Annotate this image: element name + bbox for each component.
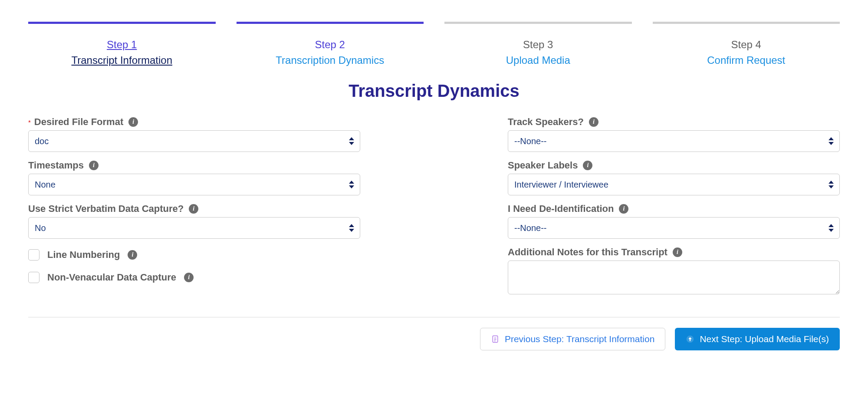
deidentification-select[interactable]: --None--: [508, 217, 840, 239]
form-left-column: * Desired File Format i doc Timestamps i…: [28, 116, 360, 304]
info-icon[interactable]: i: [589, 117, 598, 127]
svg-rect-0: [493, 336, 498, 343]
step-bar: [237, 22, 424, 24]
step-number: Step 3: [444, 37, 632, 53]
non-vernacular-checkbox[interactable]: [28, 272, 39, 283]
stepper: Step 1 Transcript Information Step 2 Tra…: [28, 22, 840, 68]
file-format-select[interactable]: doc: [28, 130, 360, 152]
field-notes: Additional Notes for this Transcript i: [508, 247, 840, 296]
info-icon[interactable]: i: [184, 273, 194, 282]
step-title: Transcript Information: [28, 53, 216, 68]
field-label: Track Speakers?: [508, 116, 584, 128]
field-timestamps: Timestamps i None: [28, 160, 360, 195]
field-track-speakers: Track Speakers? i --None--: [508, 116, 840, 152]
info-icon[interactable]: i: [128, 250, 137, 260]
required-asterisk: *: [28, 119, 31, 126]
field-non-vernacular: Non-Venacular Data Capture i: [28, 272, 360, 283]
next-step-button[interactable]: Next Step: Upload Media File(s): [675, 328, 840, 350]
step-3[interactable]: Step 3 Upload Media: [444, 22, 632, 68]
field-label: Speaker Labels: [508, 160, 578, 171]
step-bar: [653, 22, 840, 24]
select-value: --None--: [514, 136, 546, 146]
select-value: None: [35, 180, 56, 190]
button-label: Previous Step: Transcript Information: [505, 334, 655, 344]
timestamps-select[interactable]: None: [28, 174, 360, 195]
field-label: I Need De-Identification: [508, 203, 614, 214]
step-number: Step 2: [237, 37, 424, 53]
select-value: --None--: [514, 223, 546, 233]
step-title: Upload Media: [444, 53, 632, 68]
field-label: Non-Venacular Data Capture: [47, 272, 176, 283]
select-value: doc: [35, 136, 49, 146]
info-icon[interactable]: i: [89, 161, 99, 170]
step-2[interactable]: Step 2 Transcription Dynamics: [237, 22, 424, 68]
info-icon[interactable]: i: [583, 161, 592, 170]
field-label: Use Strict Verbatim Data Capture?: [28, 203, 184, 214]
button-label: Next Step: Upload Media File(s): [700, 334, 829, 344]
form-right-column: Track Speakers? i --None-- Speaker Label…: [508, 116, 840, 304]
line-numbering-checkbox[interactable]: [28, 249, 39, 261]
step-number: Step 1: [28, 37, 216, 53]
step-bar: [28, 22, 216, 24]
step-4[interactable]: Step 4 Confirm Request: [653, 22, 840, 68]
document-icon: [491, 335, 500, 343]
step-1[interactable]: Step 1 Transcript Information: [28, 22, 216, 68]
speaker-labels-select[interactable]: Interviewer / Interviewee: [508, 174, 840, 195]
field-line-numbering: Line Numbering i: [28, 249, 360, 261]
field-speaker-labels: Speaker Labels i Interviewer / Interview…: [508, 160, 840, 195]
step-bar: [444, 22, 632, 24]
notes-textarea[interactable]: [508, 261, 840, 294]
page-title: Transcript Dynamics: [28, 81, 840, 101]
field-verbatim: Use Strict Verbatim Data Capture? i No: [28, 203, 360, 239]
step-title: Transcription Dynamics: [237, 53, 424, 68]
footer-buttons: Previous Step: Transcript Information Ne…: [28, 317, 840, 368]
field-label: Timestamps: [28, 160, 84, 171]
info-icon[interactable]: i: [128, 117, 138, 127]
field-label: Desired File Format: [34, 116, 123, 128]
info-icon[interactable]: i: [189, 204, 198, 214]
previous-step-button[interactable]: Previous Step: Transcript Information: [480, 328, 666, 350]
track-speakers-select[interactable]: --None--: [508, 130, 840, 152]
step-number: Step 4: [653, 37, 840, 53]
field-file-format: * Desired File Format i doc: [28, 116, 360, 152]
field-deidentification: I Need De-Identification i --None--: [508, 203, 840, 239]
field-label: Additional Notes for this Transcript: [508, 247, 667, 258]
form: * Desired File Format i doc Timestamps i…: [28, 116, 840, 304]
select-value: Interviewer / Interviewee: [514, 180, 608, 190]
verbatim-select[interactable]: No: [28, 217, 360, 239]
field-label: Line Numbering: [47, 249, 120, 261]
select-value: No: [35, 223, 46, 233]
info-icon[interactable]: i: [673, 247, 682, 257]
step-title: Confirm Request: [653, 53, 840, 68]
info-icon[interactable]: i: [619, 204, 628, 214]
upload-icon: [686, 335, 694, 343]
